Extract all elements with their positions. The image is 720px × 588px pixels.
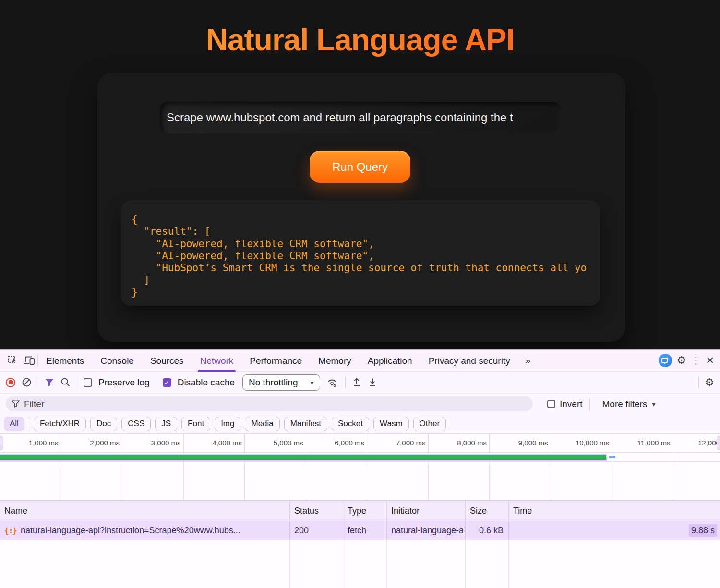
disable-cache-checkbox[interactable]: ✓ <box>163 378 171 387</box>
column-header-name[interactable]: Name <box>0 501 290 521</box>
result-line: } <box>132 287 600 299</box>
ruler-tick: 12,000 ms <box>673 434 720 452</box>
record-network-log-icon[interactable] <box>6 378 15 387</box>
result-line: ] <box>132 274 600 286</box>
device-toolbar-icon[interactable] <box>21 352 37 369</box>
network-overview[interactable] <box>0 452 720 462</box>
chip-manifest[interactable]: Manifest <box>284 417 327 431</box>
devtools-tab-bar: Elements Console Sources Network Perform… <box>0 350 720 372</box>
result-line: "result": [ <box>132 226 600 238</box>
chip-js[interactable]: JS <box>155 417 177 431</box>
chip-all[interactable]: All <box>4 417 24 431</box>
inspect-element-icon[interactable] <box>5 352 21 369</box>
overview-left-handle[interactable] <box>0 436 3 450</box>
result-line: "AI-powered, flexible CRM software", <box>132 250 600 262</box>
fetch-request-icon: {:} <box>4 526 17 535</box>
query-input[interactable]: Scrape www.hubspot.com and return all pa… <box>160 102 561 133</box>
divider <box>29 417 29 431</box>
column-header-status[interactable]: Status <box>290 501 343 521</box>
overview-request-bar <box>0 455 606 460</box>
chip-doc[interactable]: Doc <box>90 417 117 431</box>
tab-console[interactable]: Console <box>92 350 142 372</box>
disable-cache-label: Disable cache <box>178 377 235 388</box>
filter-field[interactable] <box>6 396 533 411</box>
column-header-type[interactable]: Type <box>343 501 387 521</box>
timeline-ruler: 1,000 ms 2,000 ms 3,000 ms 4,000 ms 5,00… <box>0 434 720 452</box>
divider <box>77 377 77 388</box>
tab-memory[interactable]: Memory <box>310 350 360 372</box>
chip-font[interactable]: Font <box>181 417 210 431</box>
ruler-tick: 5,000 ms <box>245 434 306 452</box>
chip-wasm[interactable]: Wasm <box>373 417 409 431</box>
kebab-menu-icon[interactable]: ⋮ <box>691 355 701 366</box>
tab-application[interactable]: Application <box>360 350 420 372</box>
request-name: natural-language-api?instruction=Scrape%… <box>21 526 240 535</box>
invert-checkbox[interactable] <box>547 400 555 408</box>
result-line: "HubSpot’s Smart CRM is the single sourc… <box>132 262 600 274</box>
chip-css[interactable]: CSS <box>121 417 151 431</box>
search-icon[interactable] <box>60 377 71 387</box>
ai-assistant-icon[interactable] <box>659 354 672 367</box>
initiator-link[interactable]: natural-language-api <box>391 521 463 540</box>
close-devtools-icon[interactable]: ✕ <box>706 355 714 366</box>
divider <box>698 377 699 388</box>
run-query-button[interactable]: Run Query <box>310 151 410 183</box>
chip-socket[interactable]: Socket <box>332 417 369 431</box>
page-title: Natural Language API <box>0 22 720 58</box>
throttling-value: No throttling <box>249 377 298 388</box>
request-status-cell: 200 <box>290 521 343 540</box>
chip-other[interactable]: Other <box>413 417 446 431</box>
filter-input[interactable] <box>24 399 456 409</box>
filter-funnel-icon <box>12 400 20 408</box>
divider <box>156 377 156 388</box>
request-name-cell[interactable]: {:}natural-language-api?instruction=Scra… <box>0 521 290 540</box>
import-har-icon[interactable] <box>352 377 361 387</box>
more-filters-button[interactable]: More filters ▾ <box>602 399 656 409</box>
requests-table-empty-area <box>0 540 720 588</box>
overview-right-handle[interactable] <box>717 436 720 450</box>
svg-text:⚙: ⚙ <box>333 383 337 388</box>
ruler-tick: 9,000 ms <box>490 434 551 452</box>
column-header-initiator[interactable]: Initiator <box>387 501 466 521</box>
filter-toggle-icon[interactable] <box>45 378 54 387</box>
ruler-tick: 10,000 ms <box>551 434 612 452</box>
ruler-tick: 1,000 ms <box>0 434 61 452</box>
tab-elements[interactable]: Elements <box>38 350 92 372</box>
settings-gear-icon[interactable]: ⚙ <box>677 354 686 367</box>
tab-privacy-and-security[interactable]: Privacy and security <box>420 350 518 372</box>
network-toolbar: Preserve log ✓ Disable cache No throttli… <box>0 372 720 394</box>
ruler-tick: 11,000 ms <box>612 434 673 452</box>
result-json-block: { "result": [ "AI-powered, flexible CRM … <box>121 201 600 306</box>
query-input-value: Scrape www.hubspot.com and return all pa… <box>167 111 513 124</box>
requests-table-header: Name Status Type Initiator Size Time <box>0 500 720 521</box>
result-line: "AI-powered, flexible CRM software", <box>132 238 600 250</box>
preserve-log-checkbox[interactable] <box>84 378 92 387</box>
request-initiator-cell: natural-language-api <box>387 521 466 540</box>
tab-network[interactable]: Network <box>192 350 242 372</box>
invert-label: Invert <box>560 399 583 409</box>
chip-img[interactable]: Img <box>215 417 240 431</box>
chip-fetch-xhr[interactable]: Fetch/XHR <box>34 417 86 431</box>
clear-network-log-icon[interactable] <box>22 377 32 387</box>
tab-sources[interactable]: Sources <box>142 350 192 372</box>
tab-performance[interactable]: Performance <box>241 350 310 372</box>
waterfall-grid <box>0 462 720 500</box>
preserve-log-label: Preserve log <box>98 377 150 388</box>
chevron-down-icon: ▾ <box>652 400 656 408</box>
network-settings-gear-icon[interactable]: ⚙ <box>705 376 714 389</box>
chevron-down-icon: ▾ <box>310 379 313 386</box>
throttling-dropdown[interactable]: No throttling ▾ <box>242 374 320 391</box>
column-header-time[interactable]: Time <box>509 501 720 521</box>
divider <box>345 377 346 388</box>
table-row[interactable]: {:}natural-language-api?instruction=Scra… <box>0 521 720 540</box>
chip-media[interactable]: Media <box>245 417 279 431</box>
network-conditions-icon[interactable]: ⚙ <box>326 377 339 388</box>
ruler-tick: 7,000 ms <box>367 434 429 452</box>
request-time-cell: 9.88 s <box>509 521 720 540</box>
column-header-size[interactable]: Size <box>466 501 509 521</box>
ruler-tick: 8,000 ms <box>429 434 490 452</box>
nl-api-page: Natural Language API Scrape www.hubspot.… <box>0 0 720 349</box>
more-panels-icon[interactable]: » <box>518 355 538 366</box>
divider <box>38 377 38 388</box>
export-har-icon[interactable] <box>368 377 377 387</box>
